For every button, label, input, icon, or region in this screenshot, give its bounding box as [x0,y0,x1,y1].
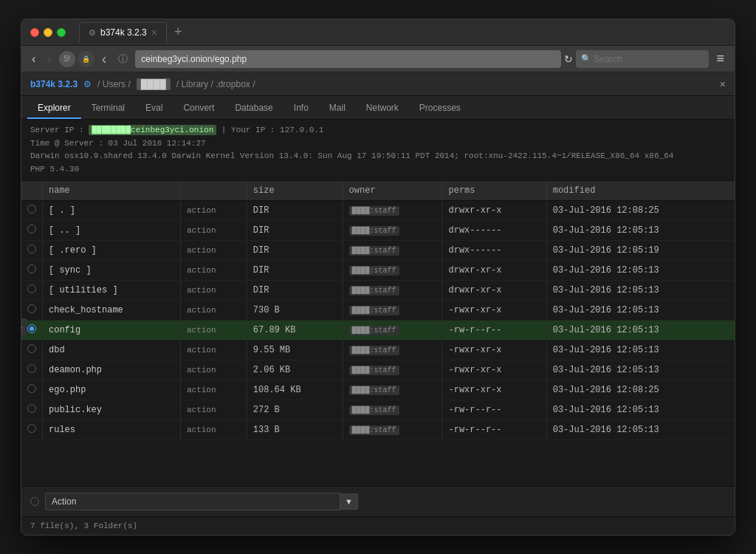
action-link[interactable]: action [187,386,216,394]
row-name[interactable]: [ . ] [43,201,181,221]
row-name[interactable]: [ .rero ] [43,241,181,261]
row-modified: 03-Jul-2016 12:05:13 [546,321,735,341]
back-button[interactable]: ‹ [27,49,40,69]
row-action[interactable]: action [180,341,247,360]
tab-processes[interactable]: Processes [409,98,471,119]
tab-explorer[interactable]: Explorer [27,98,81,119]
row-radio-cell [21,281,43,301]
tab-database[interactable]: Database [224,98,283,119]
info-button[interactable]: ⓘ [114,49,132,69]
row-radio[interactable] [27,205,36,213]
new-tab-button[interactable]: + [170,23,187,41]
row-name[interactable]: dbd [43,341,181,360]
col-perms[interactable]: perms [442,181,546,201]
tab-terminal[interactable]: Terminal [81,98,135,119]
action-link[interactable]: action [187,226,216,235]
row-name[interactable]: deamon.php [43,360,181,380]
owner-label: ████:staff [349,406,399,415]
row-name[interactable]: rules [43,420,181,440]
row-radio[interactable] [27,264,36,273]
row-name[interactable]: public.key [43,400,181,420]
file-table-wrap[interactable]: name size owner perms modified [ . ]acti… [21,181,735,486]
row-action[interactable]: action [180,201,247,221]
row-radio[interactable] [27,244,36,253]
reload-button[interactable]: ↻ [564,53,573,65]
url-input[interactable] [135,50,561,68]
action-radio[interactable] [30,497,39,506]
row-radio[interactable] [27,344,36,353]
row-perms: -rw-r--r-- [442,400,546,420]
row-name[interactable]: check_hostname [43,301,181,321]
tab-mail[interactable]: Mail [319,98,356,119]
action-link[interactable]: action [187,366,216,375]
row-action[interactable]: action [180,380,247,400]
action-link[interactable]: action [187,246,216,255]
search-input[interactable] [576,50,709,68]
active-tab[interactable]: ⚙ b374k 3.2.3 × [79,22,167,43]
row-radio[interactable] [27,384,36,393]
row-radio[interactable] [27,225,36,233]
row-size: DIR [247,281,343,301]
row-action[interactable]: action [180,301,247,321]
row-perms: -rwxr-xr-x [442,380,546,400]
side-arrow[interactable]: › [21,318,27,336]
row-action[interactable]: action [180,281,247,301]
row-radio-cell [21,400,43,420]
action-link[interactable]: action [187,266,216,275]
row-action[interactable]: action [180,360,247,380]
row-owner: ████:staff [343,281,442,301]
row-action[interactable]: action [180,221,247,241]
tab-info[interactable]: Info [284,98,319,119]
row-modified: 03-Jul-2016 12:05:13 [546,221,735,241]
minimize-button[interactable] [44,28,52,37]
row-name[interactable]: [ .. ] [43,221,181,241]
action-link[interactable]: action [187,425,216,434]
action-link[interactable]: action [187,326,216,335]
action-link[interactable]: action [187,206,216,215]
col-name[interactable]: name [43,181,181,201]
tab-convert[interactable]: Convert [173,98,224,119]
row-action[interactable]: action [180,420,247,440]
close-button[interactable] [30,28,39,37]
forward-button[interactable]: › [43,49,55,69]
row-action[interactable]: action [180,261,247,281]
row-action[interactable]: action [180,400,247,420]
menu-button[interactable]: ≡ [712,48,729,69]
row-modified: 03-Jul-2016 12:05:19 [546,241,735,261]
row-radio[interactable] [27,284,36,293]
col-size[interactable]: size [247,181,343,201]
col-owner[interactable]: owner [343,181,442,201]
tab-network[interactable]: Network [356,98,409,119]
row-name[interactable]: ego.php [43,380,181,400]
table-row: [ .rero ]actionDIR████:staffdrwx------03… [21,241,735,261]
col-modified[interactable]: modified [546,181,735,201]
row-action[interactable]: action [180,241,247,261]
tab-eval[interactable]: Eval [135,98,173,119]
action-link[interactable]: action [187,346,216,355]
row-modified: 03-Jul-2016 12:05:13 [546,341,735,360]
row-radio[interactable] [27,304,36,313]
table-row: rulesaction133 B████:staff-rw-r--r--03-J… [21,420,735,440]
row-action[interactable]: action [180,321,247,341]
row-radio[interactable] [27,324,36,333]
action-link[interactable]: action [187,406,216,414]
back-nav-button[interactable]: ‹ [97,47,111,70]
row-name[interactable]: [ sync ] [43,261,181,281]
action-link[interactable]: action [187,306,216,315]
tab-close-button[interactable]: × [151,27,157,38]
shield-icon: 🔒 [78,51,94,67]
breadcrumb-close-button[interactable]: × [720,78,726,90]
action-link[interactable]: action [187,286,216,295]
row-radio[interactable] [27,424,36,433]
row-radio-cell [21,380,43,400]
maximize-button[interactable] [57,28,66,37]
row-perms: -rwxr-xr-x [442,301,546,321]
row-radio-cell [21,241,43,261]
row-radio[interactable] [27,364,36,373]
row-owner: ████:staff [343,201,442,221]
action-select[interactable]: Action Delete Copy Move [45,493,340,510]
row-radio[interactable] [27,404,36,413]
row-perms: drwx------ [442,221,546,241]
row-name[interactable]: [ utilities ] [43,281,181,301]
row-name[interactable]: config [43,321,181,341]
